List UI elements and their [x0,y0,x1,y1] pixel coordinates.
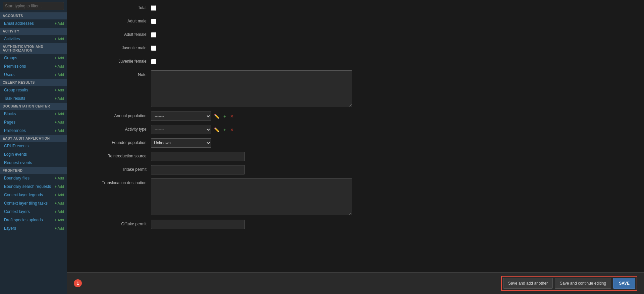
translocation-destination-row: Translocation destination: [77,178,634,216]
offtake-permit-row: Offtake permit: [77,220,634,230]
sidebar-item-groups[interactable]: Groups + Add [0,54,67,62]
sidebar-item-group-results[interactable]: Group results + Add [0,86,67,94]
sidebar-item-draft-species-uploads[interactable]: Draft species uploads + Add [0,216,67,224]
founder-population-row: Founder population: Unknown Yes No [77,138,634,148]
reintroduction-source-row: Reintroduction source: [77,152,634,162]
adult-male-control [151,17,352,25]
main-content: Total: Adult male: Adult female: Juvenil… [67,0,644,294]
sidebar-section-frontend: FRONTEND [0,167,67,174]
sidebar-item-context-layer-legends[interactable]: Context layer legends + Add [0,191,67,199]
activity-type-row: Activity type: ------- ✏️ + ✕ [77,125,634,135]
bottom-bar: 1 Save and add another Save and continue… [67,272,644,294]
sidebar: ACCOUNTS Email addresses + Add ACTIVITY … [0,0,67,294]
reintroduction-source-control [151,152,352,161]
action-buttons-group: Save and add another Save and continue e… [501,276,637,291]
note-label: Note: [77,70,151,77]
sidebar-filter-input[interactable] [3,2,64,10]
sidebar-item-activities[interactable]: Activities + Add [0,35,67,43]
save-add-another-button[interactable]: Save and add another [503,278,553,289]
total-label: Total: [77,3,151,10]
offtake-permit-input[interactable] [151,220,245,229]
adult-female-checkbox[interactable] [151,32,156,38]
sidebar-item-context-layer-tiling-tasks[interactable]: Context layer tiling tasks + Add [0,199,67,208]
founder-population-control: Unknown Yes No [151,138,352,148]
sidebar-item-layers[interactable]: Layers + Add [0,224,67,233]
sidebar-section-celery: CELERY RESULTS [0,79,67,86]
sidebar-section-activity: ACTIVITY [0,28,67,35]
adult-female-label: Adult female: [77,30,151,37]
activity-type-select[interactable]: ------- [151,125,211,134]
adult-male-row: Adult male: [77,17,634,27]
reintroduction-source-label: Reintroduction source: [77,152,151,158]
reintroduction-source-input[interactable] [151,152,245,161]
activity-type-edit-btn[interactable]: ✏️ [213,127,221,133]
offtake-permit-control [151,220,352,229]
form-area: Total: Adult male: Adult female: Juvenil… [67,0,644,272]
sidebar-item-task-results[interactable]: Task results + Add [0,94,67,103]
sidebar-item-request-events[interactable]: Request events [0,159,67,167]
annual-population-inline: ------- ✏️ + ✕ [151,112,352,121]
juvenile-female-checkbox[interactable] [151,59,156,64]
juvenile-male-checkbox[interactable] [151,46,156,51]
juvenile-female-control [151,57,352,65]
juvenile-male-row: Juvenile male: [77,44,634,54]
annual-population-delete-btn[interactable]: ✕ [229,113,235,120]
sidebar-item-permissions[interactable]: Permissions + Add [0,62,67,71]
adult-female-row: Adult female: [77,30,634,40]
activity-type-label: Activity type: [77,125,151,132]
sidebar-item-context-layers[interactable]: Context layers + Add [0,208,67,216]
sidebar-item-users[interactable]: Users + Add [0,71,67,79]
total-checkbox[interactable] [151,5,156,11]
founder-select-wrap: Unknown Yes No [151,138,352,148]
adult-male-checkbox[interactable] [151,19,156,24]
translocation-destination-control [151,178,352,216]
annual-population-control: ------- ✏️ + ✕ [151,112,352,121]
activity-type-delete-btn[interactable]: ✕ [229,127,235,133]
note-row: Note: [77,70,634,108]
offtake-permit-label: Offtake permit: [77,220,151,226]
annual-population-add-btn[interactable]: + [222,113,227,120]
activity-type-control: ------- ✏️ + ✕ [151,125,352,134]
intake-permit-label: Intake permit: [77,165,151,172]
activity-type-inline: ------- ✏️ + ✕ [151,125,352,134]
adult-female-control [151,30,352,39]
sidebar-section-docs: DOCUMENTATION CENTER [0,103,67,110]
annual-population-row: Annual population: ------- ✏️ + ✕ [77,112,634,122]
total-control [151,3,352,12]
juvenile-female-row: Juvenile female: [77,57,634,67]
note-textarea[interactable] [151,70,352,107]
founder-population-label: Founder population: [77,138,151,145]
sidebar-item-boundary-files[interactable]: Boundary files + Add [0,174,67,182]
juvenile-male-control [151,44,352,52]
annual-population-edit-btn[interactable]: ✏️ [213,113,221,120]
activity-type-add-btn[interactable]: + [222,127,227,133]
annual-population-select[interactable]: ------- [151,112,211,121]
sidebar-section-audit: EASY AUDIT APPLICATION [0,135,67,142]
juvenile-female-label: Juvenile female: [77,57,151,64]
sidebar-item-boundary-search-requests[interactable]: Boundary search requests + Add [0,182,67,191]
translocation-destination-label: Translocation destination: [77,178,151,185]
sidebar-item-login-events[interactable]: Login events [0,150,67,159]
sidebar-section-accounts: ACCOUNTS [0,12,67,19]
sidebar-item-pages[interactable]: Pages + Add [0,118,67,127]
notification-badge: 1 [74,279,82,287]
intake-permit-row: Intake permit: [77,165,634,175]
sidebar-item-blocks[interactable]: Blocks + Add [0,110,67,118]
save-button[interactable]: SAVE [613,278,635,289]
sidebar-section-auth: AUTHENTICATION AND AUTHORIZATION [0,43,67,54]
sidebar-item-preferences[interactable]: Preferences + Add [0,127,67,135]
intake-permit-control [151,165,352,174]
save-continue-editing-button[interactable]: Save and continue editing [555,278,611,289]
juvenile-male-label: Juvenile male: [77,44,151,50]
total-row: Total: [77,3,634,13]
adult-male-label: Adult male: [77,17,151,23]
annual-population-label: Annual population: [77,112,151,118]
sidebar-item-email-addresses[interactable]: Email addresses + Add [0,19,67,28]
sidebar-item-crud-events[interactable]: CRUD events [0,142,67,150]
intake-permit-input[interactable] [151,165,245,174]
note-control [151,70,352,108]
founder-population-select[interactable]: Unknown Yes No [151,138,211,148]
sidebar-filter-area [0,0,67,12]
translocation-destination-textarea[interactable] [151,178,352,215]
